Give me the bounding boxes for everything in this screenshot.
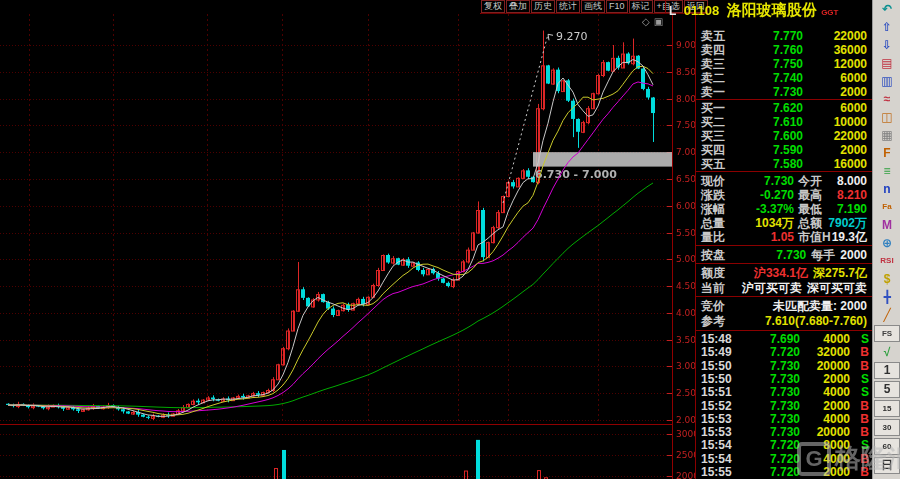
toolbar-button-4[interactable]: 画线 xyxy=(581,0,605,13)
finance-icon[interactable]: Fa xyxy=(875,198,899,216)
list-tool-icon[interactable]: ≡ xyxy=(875,162,899,180)
toolbar-button-1[interactable]: 叠加 xyxy=(506,0,530,13)
period-30min-button[interactable]: 30 xyxy=(874,419,900,436)
ask-label: 卖一 xyxy=(701,85,725,99)
ask-price: 7.730 xyxy=(741,85,803,99)
bid-price: 7.590 xyxy=(741,143,803,157)
trade-row: 15:547.7204000B xyxy=(696,453,873,466)
bid-row[interactable]: 买五7.58016000 xyxy=(696,157,873,171)
ask-label: 卖三 xyxy=(701,57,725,71)
trade-row: 15:557.7202000B xyxy=(696,466,873,479)
market-chart-icon[interactable]: ▤ xyxy=(875,54,899,72)
diamond-marker-icon[interactable]: ◇ xyxy=(642,16,650,27)
fullscreen-icon[interactable]: FS xyxy=(874,325,900,342)
trade-time: 15:50 xyxy=(701,360,732,373)
info-value: 深可买可卖 xyxy=(807,281,867,295)
trade-time: 15:50 xyxy=(701,373,732,386)
toolbar-button-3[interactable]: 统计 xyxy=(556,0,580,13)
money-icon[interactable]: $ xyxy=(875,270,899,288)
ask-row[interactable]: 卖二7.7406000 xyxy=(696,71,873,85)
trade-price: 7.690 xyxy=(744,333,800,346)
panel-separator xyxy=(696,99,873,100)
bid-row[interactable]: 买二7.61010000 xyxy=(696,115,873,129)
toolbar-button-5[interactable]: F10 xyxy=(606,0,628,13)
ask-volume: 36000 xyxy=(834,43,867,57)
bid-price: 7.610 xyxy=(741,115,803,129)
period-60min-button[interactable]: 60 xyxy=(874,438,900,455)
info-value: 未匹配卖量: 2000 xyxy=(773,299,867,313)
bid-row[interactable]: 买三7.60022000 xyxy=(696,129,873,143)
info-value: 每手 xyxy=(811,248,835,262)
kline-icon[interactable]: ◫ xyxy=(875,108,899,126)
info-row-4: 参考7.610(7.680-7.760) xyxy=(696,314,873,328)
quote-value: 1.05 xyxy=(734,230,794,244)
scroll-up-icon[interactable]: ⇧ xyxy=(875,18,899,36)
trade-price: 7.730 xyxy=(744,386,800,399)
macd-icon[interactable]: M xyxy=(875,216,899,234)
move-cross-icon[interactable]: ╋ xyxy=(875,288,899,306)
trade-volume: 32000 xyxy=(800,346,850,359)
ask-volume: 12000 xyxy=(834,57,867,71)
quote-value: 19.3亿 xyxy=(832,230,867,244)
news-icon[interactable]: n xyxy=(875,180,899,198)
trend-line-icon[interactable]: ≈ xyxy=(875,90,899,108)
info-value: 沪334.1亿 xyxy=(754,266,808,280)
fund-tool-icon[interactable]: F xyxy=(875,144,899,162)
trade-side: S xyxy=(861,386,869,399)
quote-value: -3.37% xyxy=(734,202,794,216)
trade-row: 15:517.7304000S xyxy=(696,386,873,399)
period-1min-button[interactable]: 1 xyxy=(874,362,900,379)
trade-row: 15:497.72032000B xyxy=(696,346,873,359)
ask-row[interactable]: 卖一7.7302000 xyxy=(696,85,873,99)
quote-label: 涨跌 xyxy=(701,188,725,202)
info-values: 7.730每手2000 xyxy=(771,248,867,262)
rsi-indicator-icon[interactable]: RSI xyxy=(875,252,899,270)
panel-separator xyxy=(696,330,873,331)
period-5min-button[interactable]: 5 xyxy=(874,381,900,398)
trade-side: S xyxy=(861,373,869,386)
info-label: 当前 xyxy=(701,281,725,295)
quote-label: 总量 xyxy=(701,216,725,230)
compass-icon[interactable]: ⊕ xyxy=(875,234,899,252)
trade-time: 15:51 xyxy=(701,386,732,399)
trade-time: 15:54 xyxy=(701,453,732,466)
chart-mini-icons: ◇ ▣ xyxy=(642,16,663,27)
check-icon[interactable]: √ xyxy=(875,343,899,361)
stock-code: 01108 xyxy=(684,3,719,18)
period-day-button[interactable]: 日 xyxy=(874,457,900,474)
back-icon[interactable]: ↶ xyxy=(875,0,899,18)
quote-row: 总量1034万总额7902万 xyxy=(696,216,873,230)
toolbar-button-2[interactable]: 历史 xyxy=(531,0,555,13)
quote-label: 市值H xyxy=(798,230,831,244)
bars-chart-icon[interactable]: ▥ xyxy=(875,72,899,90)
info-values: 7.610(7.680-7.760) xyxy=(760,314,867,328)
trade-row: 15:527.7302000B xyxy=(696,400,873,413)
toolbar-button-0[interactable]: 复权 xyxy=(481,0,505,13)
bid-label: 买一 xyxy=(701,101,725,115)
quote-row: 量比1.05市值H19.3亿 xyxy=(696,230,873,244)
bid-price: 7.580 xyxy=(741,157,803,171)
trade-side: B xyxy=(860,426,869,439)
panel-separator xyxy=(696,263,873,264)
split-window-icon[interactable]: ▣ xyxy=(654,16,663,27)
ask-price: 7.770 xyxy=(741,29,803,43)
scroll-down-icon[interactable]: ⇩ xyxy=(875,36,899,54)
trade-price: 7.720 xyxy=(744,466,800,479)
trade-time: 15:55 xyxy=(701,466,732,479)
ask-row[interactable]: 卖三7.75012000 xyxy=(696,57,873,71)
toolbar-button-6[interactable]: 标记 xyxy=(629,0,653,13)
period-15min-button[interactable]: 15 xyxy=(874,400,900,417)
info-values: 沪可买可卖深可买可卖 xyxy=(737,281,867,295)
bid-row[interactable]: 买四7.5902000 xyxy=(696,143,873,157)
kline-chart-canvas[interactable] xyxy=(0,0,695,479)
bid-row[interactable]: 买一7.6206000 xyxy=(696,101,873,115)
trade-time: 15:52 xyxy=(701,400,732,413)
ask-row[interactable]: 卖五7.77022000 xyxy=(696,29,873,43)
quote-row: 涨幅-3.37%最低7.190 xyxy=(696,202,873,216)
draw-pencil-icon[interactable]: ╱ xyxy=(875,306,899,324)
trade-price: 7.730 xyxy=(744,360,800,373)
grid-board-icon[interactable]: ▦ xyxy=(875,126,899,144)
kline-chart-pane[interactable] xyxy=(0,0,695,479)
trade-row: 15:537.7304000B xyxy=(696,413,873,426)
ask-row[interactable]: 卖四7.76036000 xyxy=(696,43,873,57)
